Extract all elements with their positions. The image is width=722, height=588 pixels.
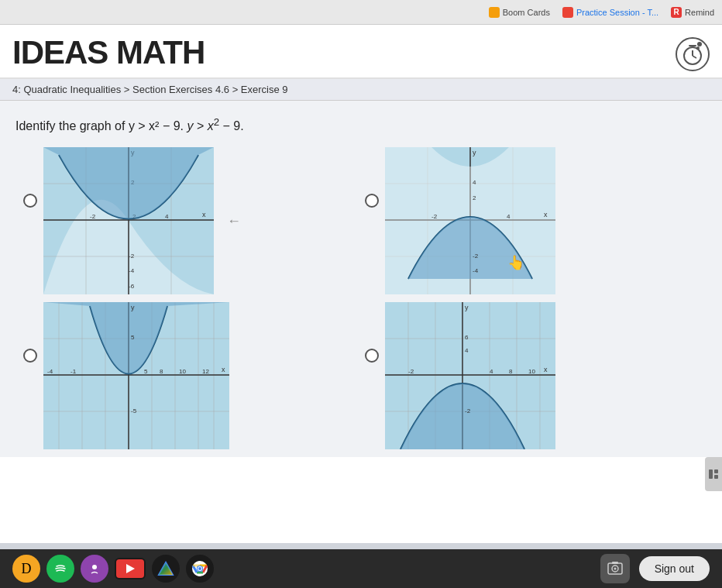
drive-icon[interactable]: D — [12, 555, 40, 583]
svg-text:4: 4 — [507, 213, 511, 220]
svg-point-100 — [198, 567, 201, 570]
svg-text:y: y — [473, 149, 476, 156]
timer-icon — [676, 37, 710, 71]
spotify-icon[interactable] — [46, 555, 74, 583]
app-logo: IDEAS MATH — [12, 34, 205, 71]
svg-text:4: 4 — [490, 368, 493, 375]
svg-text:-6: -6 — [129, 283, 135, 290]
svg-text:5: 5 — [131, 334, 135, 341]
breadcrumb: 4: Quadratic Inequalities > Section Exer… — [0, 79, 722, 101]
svg-text:-2: -2 — [465, 407, 471, 414]
svg-point-4 — [696, 46, 700, 50]
exercise-area: Identify the graph of y > x² − 9. y > x2… — [0, 101, 722, 457]
app-header: IDEAS MATH — [0, 25, 722, 79]
svg-marker-95 — [159, 562, 173, 575]
svg-text:-4: -4 — [473, 267, 479, 274]
graph-option-b: x y 4 2 -2 4 -2 -4 👆 — [365, 147, 699, 294]
tab-boom-cards[interactable]: Boom Cards — [489, 7, 550, 18]
screenshot-button[interactable] — [600, 554, 630, 583]
svg-text:x: x — [544, 211, 548, 218]
browser-chrome: Boom Cards Practice Session - T... R Rem… — [0, 0, 722, 25]
svg-rect-87 — [714, 469, 718, 473]
svg-text:-4: -4 — [47, 368, 53, 375]
svg-text:12: 12 — [202, 368, 209, 375]
graphs-container: x y 2 4 -2 2 -2 -4 -6 — [15, 147, 707, 449]
tab-remind[interactable]: R Remind — [671, 7, 714, 18]
radio-a[interactable] — [23, 194, 37, 208]
svg-text:-5: -5 — [131, 407, 137, 414]
svg-text:8: 8 — [509, 368, 513, 375]
sign-out-button[interactable]: Sign out — [639, 556, 710, 581]
svg-text:x: x — [544, 366, 548, 373]
graph-option-a: x y 2 4 -2 2 -2 -4 -6 — [23, 147, 357, 294]
svg-text:-1: -1 — [70, 368, 77, 375]
taskbar: D — [0, 549, 722, 588]
svg-text:-2: -2 — [473, 253, 479, 260]
graph-b: x y 4 2 -2 4 -2 -4 — [385, 147, 555, 294]
svg-text:6: 6 — [465, 334, 469, 341]
svg-text:y: y — [131, 304, 135, 311]
svg-text:-2: -2 — [90, 213, 96, 220]
svg-text:10: 10 — [528, 368, 535, 375]
svg-text:y: y — [465, 304, 469, 311]
svg-text:4: 4 — [473, 179, 476, 186]
radio-d[interactable] — [365, 349, 379, 363]
svg-text:-2: -2 — [408, 368, 414, 375]
svg-text:-2: -2 — [129, 253, 135, 260]
graph-option-d: y x 6 4 -2 -2 4 8 10 — [365, 302, 699, 449]
svg-text:10: 10 — [179, 368, 186, 375]
svg-line-2 — [693, 56, 696, 58]
svg-point-91 — [92, 565, 97, 569]
svg-text:-4: -4 — [129, 267, 135, 274]
youtube-icon[interactable] — [115, 558, 146, 579]
svg-rect-88 — [714, 475, 718, 479]
svg-text:4: 4 — [165, 213, 169, 220]
graph-option-c: -4 -1 5 8 10 12 5 -5 x y — [23, 302, 357, 449]
svg-text:x: x — [222, 366, 225, 373]
podcast-icon[interactable] — [81, 555, 108, 583]
radio-c[interactable] — [23, 349, 37, 363]
question-text: Identify the graph of y > x² − 9. y > x2… — [15, 116, 707, 133]
svg-text:5: 5 — [144, 368, 148, 375]
svg-rect-86 — [709, 469, 713, 479]
graph-c: -4 -1 5 8 10 12 5 -5 x y — [43, 302, 229, 449]
cursor-hand: 👆 — [507, 254, 524, 271]
graph-a: x y 2 4 -2 2 -2 -4 -6 — [43, 147, 214, 294]
svg-text:-2: -2 — [431, 213, 438, 220]
tab-practice[interactable]: Practice Session - T... — [562, 7, 658, 18]
radio-b[interactable] — [365, 194, 379, 208]
sidebar-tab[interactable] — [705, 457, 722, 491]
svg-text:2: 2 — [473, 194, 476, 201]
svg-rect-104 — [612, 562, 618, 564]
drive-triangle-icon[interactable] — [152, 555, 180, 583]
chrome-icon[interactable] — [186, 555, 214, 583]
svg-point-103 — [614, 568, 616, 570]
sign-out-area: Sign out — [600, 554, 710, 583]
svg-point-89 — [53, 561, 68, 576]
graph-d: y x 6 4 -2 -2 4 8 10 — [385, 302, 555, 449]
svg-text:4: 4 — [465, 347, 469, 354]
svg-text:x: x — [202, 211, 206, 218]
svg-text:8: 8 — [160, 368, 163, 375]
